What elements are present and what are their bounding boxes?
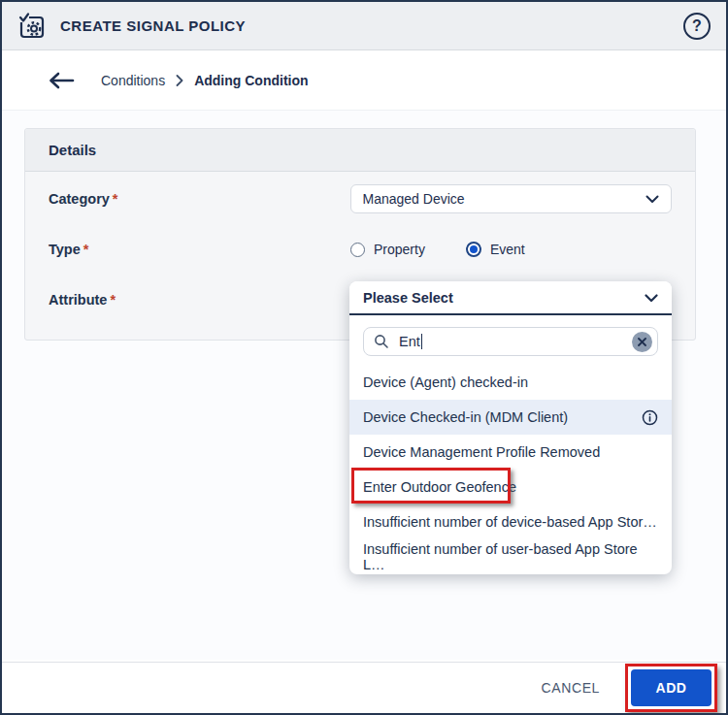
type-radio-group: Property Event	[350, 242, 525, 257]
dropdown-item[interactable]: Insufficient number of user-based App St…	[349, 539, 672, 574]
signal-policy-icon	[17, 12, 47, 41]
required-asterisk: *	[113, 191, 118, 207]
chevron-down-icon	[645, 290, 658, 306]
dropdown-item-label: Enter Outdoor Geofence	[363, 479, 516, 495]
text-cursor	[421, 334, 423, 349]
dropdown-item-label: Insufficient number of device-based App …	[363, 514, 657, 530]
chevron-right-icon	[176, 75, 183, 86]
dialog-title: CREATE SIGNAL POLICY	[60, 17, 246, 34]
dropdown-item-label: Device (Agent) checked-in	[363, 374, 528, 390]
category-select-value: Managed Device	[363, 191, 465, 207]
dropdown-item[interactable]: Device (Agent) checked-in	[349, 365, 672, 400]
add-button[interactable]: ADD	[631, 669, 711, 706]
attribute-label: Attribute*	[49, 292, 350, 308]
radio-event[interactable]: Event	[466, 242, 525, 257]
dropdown-item-enter-outdoor-geofence[interactable]: Enter Outdoor Geofence	[349, 470, 672, 504]
breadcrumb-conditions[interactable]: Conditions	[101, 73, 165, 88]
dropdown-item[interactable]: Device Checked-in (MDM Client)	[349, 400, 672, 435]
dialog-footer: CANCEL ADD	[2, 662, 726, 713]
category-row: Category* Managed Device	[49, 174, 672, 224]
dropdown-item-label: Insufficient number of user-based App St…	[363, 541, 658, 572]
search-icon	[374, 334, 389, 349]
help-glyph: ?	[692, 17, 702, 35]
radio-property-label: Property	[374, 242, 425, 257]
type-row: Type* Property Event	[49, 224, 672, 275]
attribute-label-text: Attribute	[49, 292, 107, 308]
dropdown-item[interactable]: Insufficient number of device-based App …	[349, 504, 672, 539]
type-label: Type*	[49, 242, 350, 257]
chevron-down-icon	[645, 191, 659, 207]
category-label: Category*	[49, 191, 350, 207]
attribute-select[interactable]: Please Select	[349, 281, 672, 315]
annotation-highlight-box: ADD	[625, 664, 717, 712]
create-signal-policy-dialog: CREATE SIGNAL POLICY ? Conditions Adding…	[0, 0, 728, 715]
clear-search-icon[interactable]	[632, 332, 652, 352]
radio-dot	[470, 245, 478, 253]
dropdown-item-label: Device Checked-in (MDM Client)	[363, 409, 568, 425]
attribute-search-input[interactable]: Ent	[363, 327, 658, 356]
back-arrow-icon[interactable]	[47, 71, 76, 90]
breadcrumb: Conditions Adding Condition	[2, 50, 726, 111]
required-asterisk: *	[83, 242, 89, 257]
dropdown-item[interactable]: Device Management Profile Removed	[349, 435, 672, 470]
info-icon[interactable]	[642, 409, 658, 426]
radio-event-label: Event	[490, 242, 525, 257]
required-asterisk: *	[110, 292, 116, 308]
details-section-title: Details	[25, 129, 695, 172]
cancel-button[interactable]: CANCEL	[542, 680, 600, 696]
category-select[interactable]: Managed Device	[350, 184, 673, 213]
radio-unselected-icon[interactable]	[350, 243, 365, 257]
breadcrumb-adding-condition: Adding Condition	[194, 73, 308, 88]
radio-property[interactable]: Property	[350, 242, 425, 257]
attribute-search-area: Ent	[349, 315, 672, 365]
attribute-select-value: Please Select	[363, 290, 453, 306]
help-icon[interactable]: ?	[683, 13, 711, 40]
dropdown-item-label: Device Management Profile Removed	[363, 444, 600, 460]
category-label-text: Category	[49, 191, 110, 207]
type-label-text: Type	[49, 242, 81, 257]
dialog-header: CREATE SIGNAL POLICY ?	[2, 2, 726, 50]
radio-selected-icon[interactable]	[466, 242, 481, 257]
attribute-dropdown: Please Select Ent	[349, 281, 672, 574]
search-input-value: Ent	[399, 334, 420, 349]
